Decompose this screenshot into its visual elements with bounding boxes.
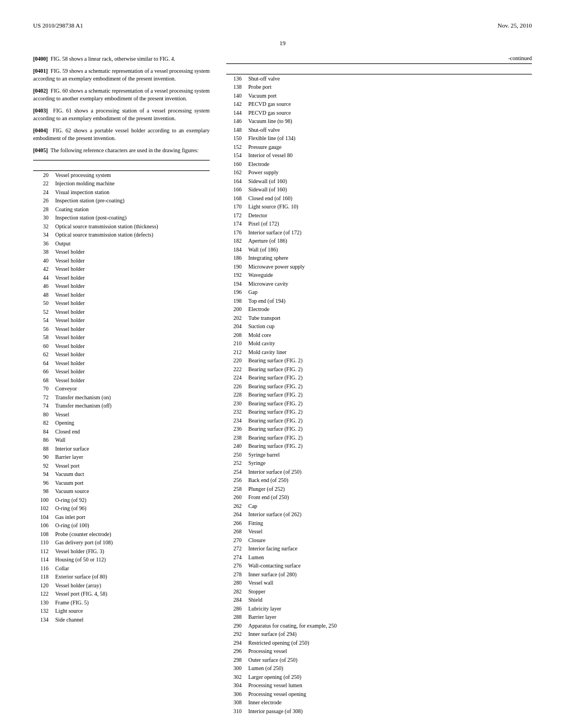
paragraph-num: [0402] [33, 88, 48, 94]
ref-description: Sidewall (of 160) [246, 177, 532, 186]
ref-number: 272 [226, 544, 246, 553]
ref-description: Coating station [53, 205, 210, 214]
list-item: 278Inner surface (of 280) [226, 570, 532, 579]
ref-number: 84 [33, 427, 53, 436]
ref-number: 308 [226, 698, 246, 707]
ref-description: Bearing surface (FIG. 2) [246, 373, 532, 382]
ref-description: Mold cavity [246, 339, 532, 348]
ref-number: 54 [33, 316, 53, 325]
paragraph-0401: [0401] FIG. 59 shows a schematic represe… [33, 67, 210, 83]
ref-number: 176 [226, 228, 246, 237]
ref-number: 254 [226, 468, 246, 477]
patent-date: Nov. 25, 2010 [498, 22, 532, 29]
ref-number: 288 [226, 613, 246, 622]
ref-description: Vessel holder (FIG. 3) [53, 547, 210, 556]
ref-description: Fitting [246, 519, 532, 528]
list-item: 116Collar [33, 564, 210, 573]
list-item: 186Integrating sphere [226, 254, 532, 263]
ref-description: Power supply [246, 168, 532, 177]
ref-number: 136 [226, 74, 246, 83]
ref-number: 278 [226, 570, 246, 579]
list-item: 144PECVD gas source [226, 109, 532, 117]
ref-description: Housing (of 50 or 112) [53, 555, 210, 564]
paragraph-0403: [0403] FIG. 61 shows a processing statio… [33, 107, 210, 122]
ref-description: Lumen (of 250) [246, 664, 532, 673]
ref-description: Vessel wall [246, 579, 532, 587]
ref-number: 276 [226, 561, 246, 570]
list-item: 120Vessel holder (array) [33, 581, 210, 590]
list-item: 46Vessel holder [33, 282, 210, 291]
ref-number: 258 [226, 485, 246, 494]
ref-description: Vacuum source [53, 487, 210, 496]
ref-number: 146 [226, 117, 246, 126]
list-item: 20Vessel processing system [33, 170, 210, 179]
list-item: 290Apparatus for coating, for example, 2… [226, 622, 532, 630]
ref-number: 310 [226, 707, 246, 716]
ref-description: Syringe [246, 459, 532, 468]
ref-description: Shut-off valve [246, 126, 532, 135]
ref-number: 88 [33, 445, 53, 453]
ref-number: 20 [33, 170, 53, 179]
ref-description: Interior surface [53, 445, 210, 453]
ref-number: 302 [226, 673, 246, 682]
ref-number: 260 [226, 493, 246, 502]
ref-number: 154 [226, 151, 246, 160]
ref-description: PECVD gas source [246, 100, 532, 109]
ref-number: 48 [33, 291, 53, 299]
list-item: 282Stopper [226, 587, 532, 596]
list-item: 100O-ring (of 92) [33, 496, 210, 505]
list-item: 38Vessel holder [33, 248, 210, 256]
ref-description: Apparatus for coating, for example, 250 [246, 622, 532, 630]
ref-number: 282 [226, 587, 246, 596]
ref-number: 226 [226, 382, 246, 391]
ref-description: Closure [246, 536, 532, 545]
ref-description: Opening [53, 419, 210, 427]
list-item: 310Interior passage (of 308) [226, 707, 532, 716]
list-item: 258Plunger (of 252) [226, 485, 532, 494]
list-item: 308Inner electrode [226, 698, 532, 707]
list-item: 54Vessel holder [33, 316, 210, 325]
list-item: 30Inspection station (post-coating) [33, 213, 210, 222]
ref-description: Vessel processing system [53, 170, 210, 179]
list-item: 56Vessel holder [33, 325, 210, 334]
list-item: 226Bearing surface (FIG. 2) [226, 382, 532, 391]
ref-description: Inner surface (of 294) [246, 630, 532, 639]
ref-description: Cap [246, 502, 532, 511]
list-item: 162Power supply [226, 168, 532, 177]
ref-number: 60 [33, 342, 53, 351]
ref-description: Syringe barrel [246, 451, 532, 459]
ref-description: Pixel (of 172) [246, 220, 532, 228]
ref-number: 274 [226, 553, 246, 562]
ref-number: 194 [226, 280, 246, 288]
ref-number: 120 [33, 581, 53, 590]
ref-number: 174 [226, 220, 246, 228]
ref-description: Bearing surface (FIG. 2) [246, 356, 532, 365]
list-item: 254Interior surface (of 250) [226, 468, 532, 477]
list-item: 168Closed end (of 160) [226, 194, 532, 203]
list-item: 92Vessel port [33, 462, 210, 470]
list-item: 154Interior of vessel 80 [226, 151, 532, 160]
ref-description: Pressure gauge [246, 143, 532, 152]
ref-number: 252 [226, 459, 246, 468]
list-item: 230Bearing surface (FIG. 2) [226, 399, 532, 408]
list-item: 302Larger opening (of 250) [226, 673, 532, 682]
list-item: 80Vessel [33, 410, 210, 419]
list-item: 198Top end (of 194) [226, 297, 532, 306]
ref-number: 52 [33, 308, 53, 317]
ref-description: Bearing surface (FIG. 2) [246, 390, 532, 399]
ref-number: 44 [33, 274, 53, 282]
list-item: 68Vessel holder [33, 376, 210, 385]
paragraph-0405: [0405] The following reference character… [33, 147, 210, 154]
list-item: 62Vessel holder [33, 350, 210, 359]
ref-number: 292 [226, 630, 246, 639]
ref-number: 80 [33, 410, 53, 419]
ref-number: 134 [33, 615, 53, 624]
list-item: 36Output [33, 239, 210, 248]
list-item: 256Back end (of 250) [226, 476, 532, 485]
list-item: 58Vessel holder [33, 333, 210, 342]
list-item: 72Transfer mechanism (on) [33, 393, 210, 402]
list-item: 94Vacuum duct [33, 470, 210, 479]
ref-number: 286 [226, 604, 246, 613]
list-item: 236Bearing surface (FIG. 2) [226, 425, 532, 433]
ref-number: 114 [33, 555, 53, 564]
